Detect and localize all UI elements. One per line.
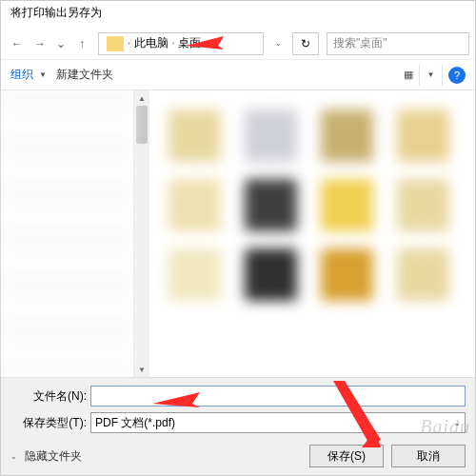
scroll-down-icon[interactable]: ▼ (134, 362, 149, 377)
search-placeholder: 搜索"桌面" (333, 35, 387, 51)
dialog-title: 将打印输出另存为 (1, 1, 475, 28)
file-thumb[interactable] (321, 109, 373, 162)
filename-input[interactable] (90, 386, 466, 407)
view-dropdown-icon[interactable]: ▼ (420, 65, 443, 86)
chevron-right-icon: › (205, 39, 208, 48)
file-thumb[interactable] (245, 248, 297, 301)
organize-menu[interactable]: 组织 (10, 67, 33, 83)
chevron-down-icon[interactable]: ⌄ (10, 452, 17, 461)
filetype-value: PDF 文档(*.pdf) (95, 415, 175, 431)
refresh-button[interactable]: ↻ (292, 32, 319, 55)
view-mode-button[interactable]: ▦ (397, 65, 420, 86)
toolbar: 组织 ▼ 新建文件夹 ▦ ▼ ? (1, 60, 475, 90)
file-thumb[interactable] (321, 179, 373, 231)
dialog-body: ▲ ▼ (1, 90, 475, 377)
folder-icon (107, 36, 124, 51)
scroll-thumb[interactable] (136, 106, 148, 144)
file-thumb[interactable] (245, 179, 297, 231)
scroll-up-icon[interactable]: ▲ (134, 90, 149, 106)
chevron-right-icon: › (128, 39, 130, 48)
up-button[interactable]: ↑ (71, 33, 92, 54)
watermark: Baidu (420, 416, 470, 438)
hide-folders-link[interactable]: 隐藏文件夹 (25, 448, 302, 465)
file-thumb[interactable] (397, 179, 449, 231)
help-icon[interactable]: ? (448, 67, 466, 84)
crumb-this-pc[interactable]: 此电脑 (134, 35, 169, 51)
form-area: 文件名(N): 保存类型(T): PDF 文档(*.pdf) ⌄ ⌄ 隐藏文件夹… (1, 377, 475, 475)
filename-label: 文件名(N): (10, 388, 87, 405)
search-input[interactable]: 搜索"桌面" (327, 32, 469, 55)
file-thumb[interactable] (169, 248, 221, 301)
filetype-label: 保存类型(T): (10, 415, 87, 431)
dropdown-history-icon[interactable]: ⌄ (52, 33, 69, 54)
filetype-select[interactable]: PDF 文档(*.pdf) ⌄ (90, 412, 466, 433)
nav-row: ← → ⌄ ↑ › 此电脑 › 桌面 › ⌄ ↻ 搜索"桌面" (1, 28, 475, 60)
sidebar-scrollbar[interactable]: ▲ ▼ (134, 90, 149, 377)
file-thumb[interactable] (397, 109, 449, 162)
dropdown-icon: ▼ (39, 70, 47, 79)
file-grid[interactable] (149, 90, 475, 377)
file-thumb[interactable] (245, 109, 297, 162)
sidebar[interactable] (1, 90, 134, 377)
chevron-right-icon: › (172, 39, 175, 48)
file-thumb[interactable] (397, 248, 449, 301)
save-button[interactable]: 保存(S) (309, 445, 384, 467)
path-dropdown-icon[interactable]: ⌄ (269, 33, 287, 54)
file-thumb[interactable] (169, 179, 221, 231)
forward-button[interactable]: → (30, 33, 50, 54)
crumb-desktop[interactable]: 桌面 (178, 35, 201, 51)
file-thumb[interactable] (169, 109, 221, 162)
file-thumb[interactable] (321, 248, 373, 301)
new-folder-button[interactable]: 新建文件夹 (56, 67, 113, 83)
breadcrumb[interactable]: › 此电脑 › 桌面 › (98, 32, 264, 55)
cancel-button[interactable]: 取消 (391, 445, 466, 467)
back-button[interactable]: ← (7, 33, 28, 54)
